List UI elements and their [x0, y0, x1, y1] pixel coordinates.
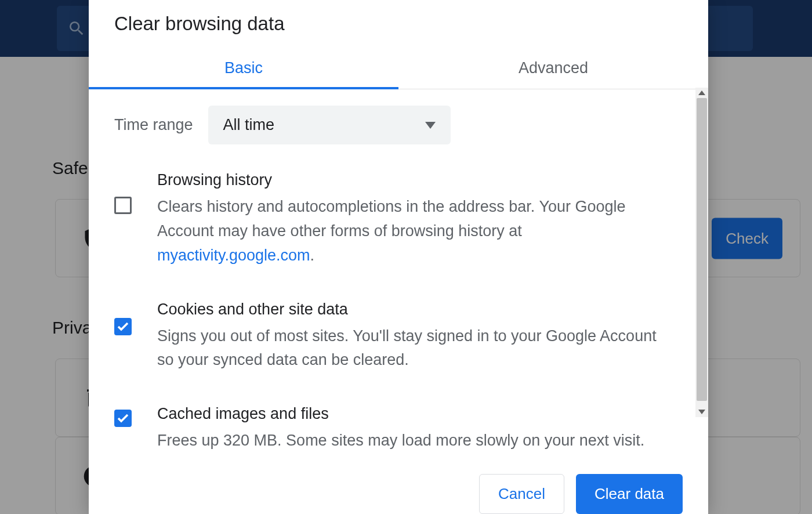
tab-advanced[interactable]: Advanced — [398, 51, 708, 89]
clear-browsing-data-dialog: Clear browsing data Basic Advanced Time … — [89, 0, 708, 514]
cancel-button[interactable]: Cancel — [479, 474, 564, 514]
checkbox-unchecked-icon — [114, 197, 132, 214]
dialog-content: Time range All time Browsing history Cle… — [89, 89, 708, 454]
checkbox-cookies[interactable] — [114, 318, 133, 336]
time-range-select[interactable]: All time — [208, 106, 451, 144]
time-range-value: All time — [223, 116, 275, 134]
time-range-row: Time range All time — [114, 106, 683, 144]
option-cached-title: Cached images and files — [157, 405, 665, 423]
checkmark-icon — [117, 322, 129, 331]
option-cached-description: Frees up 320 MB. Some sites may load mor… — [157, 429, 665, 453]
option-history-title: Browsing history — [157, 171, 665, 189]
dialog-title: Clear browsing data — [89, 0, 708, 51]
dialog-tabs: Basic Advanced — [89, 51, 708, 89]
dialog-footer: Cancel Clear data — [89, 454, 708, 514]
checkbox-checked-icon — [114, 318, 132, 335]
checkbox-cached[interactable] — [114, 410, 133, 428]
clear-data-button[interactable]: Clear data — [576, 474, 683, 514]
option-cookies-description: Signs you out of most sites. You'll stay… — [157, 324, 665, 373]
checkbox-checked-icon — [114, 410, 132, 427]
option-cookies: Cookies and other site data Signs you ou… — [114, 301, 683, 373]
option-browsing-history: Browsing history Clears history and auto… — [114, 171, 683, 268]
chevron-down-icon — [425, 122, 436, 129]
myactivity-link[interactable]: myactivity.google.com — [157, 247, 310, 264]
option-cookies-title: Cookies and other site data — [157, 301, 665, 318]
time-range-label: Time range — [114, 116, 193, 134]
option-cached: Cached images and files Frees up 320 MB.… — [114, 405, 683, 453]
tab-basic[interactable]: Basic — [89, 51, 398, 89]
checkmark-icon — [117, 414, 129, 423]
checkbox-browsing-history[interactable] — [114, 197, 133, 215]
option-history-description: Clears history and autocompletions in th… — [157, 195, 665, 268]
